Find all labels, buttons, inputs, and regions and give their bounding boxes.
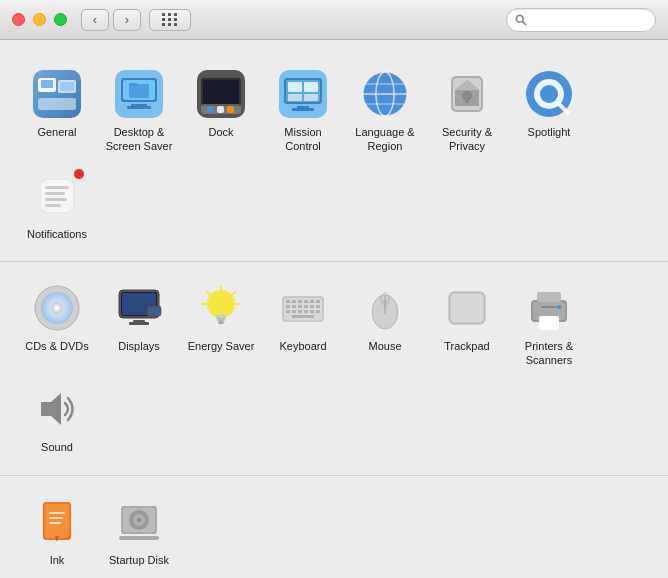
- svg-rect-49: [45, 186, 69, 189]
- svg-rect-66: [217, 318, 225, 321]
- svg-rect-92: [316, 310, 320, 313]
- svg-rect-52: [45, 204, 61, 207]
- search-icon: [515, 14, 527, 26]
- startup-disk-label: Startup Disk: [109, 553, 169, 567]
- svg-rect-25: [288, 82, 302, 92]
- svg-rect-75: [286, 300, 290, 303]
- svg-rect-76: [292, 300, 296, 303]
- cds-dvds-label: CDs & DVDs: [25, 339, 89, 353]
- notifications-icon: [31, 170, 83, 222]
- mouse-icon: [359, 282, 411, 334]
- startup-icon: [113, 496, 165, 548]
- pref-item-displays[interactable]: Displays: [98, 274, 180, 376]
- pref-item-notifications[interactable]: Notifications: [16, 162, 98, 249]
- svg-rect-17: [203, 80, 239, 104]
- pref-item-mission-control[interactable]: Mission Control: [262, 60, 344, 162]
- section-grid-personal: General Desktop & Screen Saver Dock: [16, 60, 652, 249]
- svg-rect-2: [33, 70, 81, 118]
- pref-item-cds-dvds[interactable]: CDs & DVDs: [16, 274, 98, 376]
- pref-item-mouse[interactable]: Mouse: [344, 274, 426, 376]
- cds-icon: [31, 282, 83, 334]
- grid-view-button[interactable]: [149, 9, 191, 31]
- pref-item-startup-disk[interactable]: Startup Disk: [98, 488, 180, 575]
- sound-label: Sound: [41, 440, 73, 454]
- svg-point-0: [516, 15, 523, 22]
- pref-item-general[interactable]: General: [16, 60, 98, 162]
- svg-rect-84: [304, 305, 308, 308]
- dock-label: Dock: [208, 125, 233, 139]
- spotlight-label: Spotlight: [528, 125, 571, 139]
- desktop-screensaver-label: Desktop & Screen Saver: [104, 125, 174, 154]
- svg-rect-111: [49, 517, 63, 519]
- notification-badge: [73, 168, 85, 180]
- main-content: General Desktop & Screen Saver Dock: [0, 40, 668, 578]
- svg-rect-6: [60, 82, 74, 91]
- section-personal: General Desktop & Screen Saver Dock: [0, 48, 668, 262]
- pref-item-security-privacy[interactable]: Security & Privacy: [426, 60, 508, 162]
- svg-rect-89: [298, 310, 302, 313]
- security-privacy-label: Security & Privacy: [432, 125, 502, 154]
- dock-icon: [195, 68, 247, 120]
- section-grid-hardware2: Ink Startup Disk: [16, 488, 652, 575]
- svg-point-97: [383, 300, 387, 304]
- ink-icon: [31, 496, 83, 548]
- pref-item-printers-scanners[interactable]: Printers & Scanners: [508, 274, 590, 376]
- svg-line-70: [207, 292, 210, 295]
- keyboard-label: Keyboard: [279, 339, 326, 353]
- energy-saver-label: Energy Saver: [188, 339, 255, 353]
- maximize-button[interactable]: [54, 13, 67, 26]
- pref-item-language-region[interactable]: Language & Region: [344, 60, 426, 162]
- trackpad-label: Trackpad: [444, 339, 489, 353]
- svg-rect-93: [292, 315, 314, 318]
- back-button[interactable]: ‹: [81, 9, 109, 31]
- sound-icon: [31, 383, 83, 435]
- search-box[interactable]: [506, 8, 656, 32]
- printers-icon: [523, 282, 575, 334]
- mission-icon: [277, 68, 329, 120]
- pref-item-dock[interactable]: Dock: [180, 60, 262, 162]
- spotlight-icon: [523, 68, 575, 120]
- svg-marker-106: [41, 393, 61, 425]
- svg-point-117: [137, 518, 141, 522]
- pref-item-desktop-screensaver[interactable]: Desktop & Screen Saver: [98, 60, 180, 162]
- svg-rect-48: [41, 180, 73, 212]
- general-label: General: [37, 125, 76, 139]
- svg-rect-26: [304, 82, 318, 92]
- search-input[interactable]: [531, 13, 647, 27]
- section-hardware2: Ink Startup Disk: [0, 476, 668, 578]
- svg-rect-28: [304, 94, 318, 101]
- pref-item-trackpad[interactable]: Trackpad: [426, 274, 508, 376]
- svg-rect-63: [129, 322, 149, 325]
- svg-rect-67: [218, 321, 224, 324]
- svg-rect-13: [129, 84, 149, 98]
- svg-point-105: [557, 305, 561, 309]
- svg-rect-78: [304, 300, 308, 303]
- svg-point-56: [55, 306, 59, 310]
- svg-rect-102: [537, 292, 561, 302]
- svg-rect-21: [227, 106, 234, 113]
- svg-rect-87: [286, 310, 290, 313]
- svg-rect-77: [298, 300, 302, 303]
- svg-rect-42: [465, 98, 469, 103]
- svg-line-1: [523, 21, 526, 24]
- section-grid-hardware: CDs & DVDs Displays: [16, 274, 652, 463]
- trackpad-icon: [441, 282, 493, 334]
- forward-button[interactable]: ›: [113, 9, 141, 31]
- svg-rect-110: [49, 512, 65, 514]
- minimize-button[interactable]: [33, 13, 46, 26]
- svg-rect-27: [288, 94, 302, 101]
- mission-control-label: Mission Control: [268, 125, 338, 154]
- pref-item-spotlight[interactable]: Spotlight: [508, 60, 590, 162]
- svg-rect-79: [310, 300, 314, 303]
- keyboard-icon: [277, 282, 329, 334]
- close-button[interactable]: [12, 13, 25, 26]
- pref-item-sound[interactable]: Sound: [16, 375, 98, 462]
- nav-buttons: ‹ ›: [81, 9, 141, 31]
- svg-point-64: [207, 290, 235, 318]
- pref-item-ink[interactable]: Ink: [16, 488, 98, 575]
- language-icon: [359, 68, 411, 120]
- pref-item-energy-saver[interactable]: Energy Saver: [180, 274, 262, 376]
- section-hardware: CDs & DVDs Displays: [0, 262, 668, 476]
- pref-item-keyboard[interactable]: Keyboard: [262, 274, 344, 376]
- notifications-label: Notifications: [27, 227, 87, 241]
